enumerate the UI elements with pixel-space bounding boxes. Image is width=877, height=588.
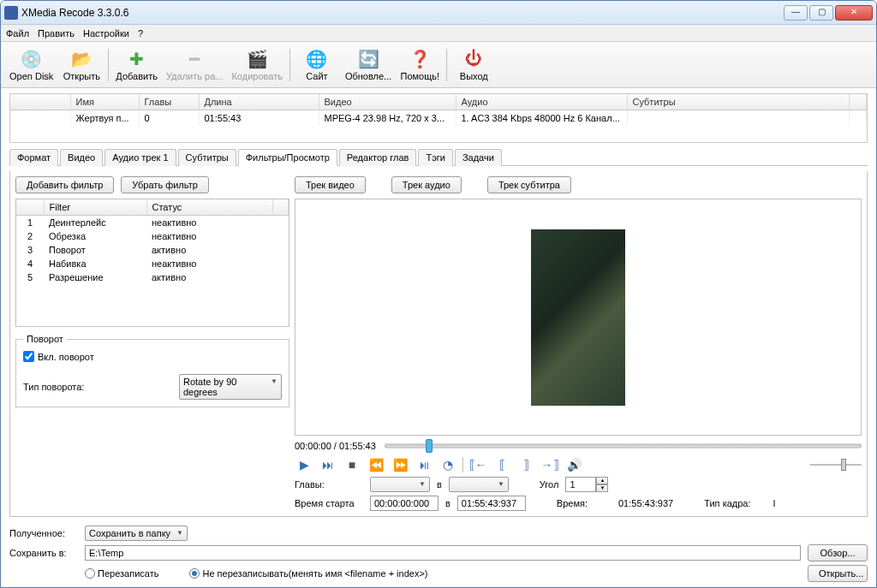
tab-format[interactable]: Формат	[9, 149, 58, 166]
update-button[interactable]: 🔄Обновле...	[342, 45, 395, 85]
maximize-button[interactable]: ▢	[809, 5, 833, 21]
frametype-label: Тип кадра:	[704, 498, 750, 508]
folder-icon: 📂	[71, 49, 92, 69]
browse-button[interactable]: Обзор...	[808, 544, 868, 561]
add-button[interactable]: ✚Добавить	[112, 45, 161, 85]
save-label: Сохранить в:	[9, 548, 78, 558]
open-button[interactable]: 📂Открыть	[58, 45, 104, 85]
bracket-open-icon[interactable]: ⟦	[492, 456, 511, 473]
separator	[108, 49, 109, 81]
stop-icon[interactable]: ■	[343, 456, 361, 473]
play-icon[interactable]: ▶	[295, 456, 313, 473]
tab-chapters[interactable]: Редактор глав	[339, 149, 417, 166]
bracket-close-icon[interactable]: ⟧	[516, 456, 535, 473]
result-combo[interactable]: Сохранить в папку	[85, 526, 188, 541]
filter-row[interactable]: 1Деинтерлейснеактивно	[16, 216, 289, 230]
enable-rotate-input[interactable]	[23, 351, 34, 362]
separator	[462, 457, 463, 472]
exit-button[interactable]: ⏻Выход	[450, 45, 497, 85]
menu-edit[interactable]: Править	[38, 28, 75, 39]
file-row[interactable]: Жертвуя п... 0 01:55:43 MPEG-4 23.98 Hz,…	[10, 110, 867, 127]
rewind-icon[interactable]: ⏪	[367, 456, 385, 473]
step-icon[interactable]: ⏯	[415, 456, 433, 473]
tab-filters[interactable]: Фильтры/Просмотр	[238, 149, 337, 166]
filter-row[interactable]: 2Обрезканеактивно	[16, 229, 289, 243]
angle-value[interactable]: 1	[565, 477, 596, 492]
chapters-label: Главы:	[295, 479, 363, 490]
menubar: Файл Править Настройки ?	[1, 25, 876, 42]
enable-rotate-checkbox[interactable]: Вкл. поворот	[23, 351, 282, 362]
encode-icon: 🎬	[247, 49, 267, 69]
col-chapters[interactable]: Главы	[139, 94, 199, 110]
track-audio-button[interactable]: Трек аудио	[391, 176, 462, 193]
path-input[interactable]: E:\Temp	[85, 545, 801, 561]
bracket-in-icon[interactable]: ⟦←	[468, 456, 487, 473]
menu-settings[interactable]: Настройки	[83, 28, 129, 39]
filter-row[interactable]: 4Набивканеактивно	[16, 257, 289, 270]
track-video-button[interactable]: Трек видео	[295, 176, 366, 193]
time-slider[interactable]	[385, 439, 862, 453]
toolbar: 💿Open Disk 📂Открыть ✚Добавить ━Удалить р…	[1, 42, 876, 88]
close-button[interactable]: ✕	[835, 5, 873, 21]
no-overwrite-radio[interactable]: Не перезаписывать(менять имя <filename +…	[189, 568, 427, 579]
track-sub-button[interactable]: Трек субтитра	[487, 176, 571, 193]
col-status[interactable]: Статус	[146, 199, 273, 216]
angle-spinner[interactable]: 1 ▲▼	[565, 477, 608, 492]
remove-label: Удалить ра...	[166, 71, 223, 81]
col-filter[interactable]: Filter	[44, 199, 146, 216]
refresh-icon: 🔄	[358, 49, 379, 69]
chapter-to-combo[interactable]	[449, 477, 509, 492]
chapter-from-combo[interactable]	[370, 477, 430, 492]
open-disk-button[interactable]: 💿Open Disk	[6, 45, 57, 85]
mini-slider[interactable]	[810, 459, 862, 471]
filter-grid[interactable]: Filter Статус 1Деинтерлейснеактивно2Обре…	[15, 199, 289, 327]
help-button[interactable]: ❓Помощь!	[397, 45, 443, 85]
tab-jobs[interactable]: Задачи	[455, 149, 502, 166]
next-icon[interactable]: ⏭	[319, 456, 337, 473]
question-icon: ❓	[409, 49, 430, 69]
start-value: 00:00:00:000	[374, 498, 429, 508]
end-time-input[interactable]: 01:55:43:937	[457, 496, 526, 511]
enable-rotate-label: Вкл. поворот	[38, 352, 94, 362]
file-grid[interactable]: Имя Главы Длина Видео Аудио Субтитры Жер…	[9, 93, 868, 143]
minimize-button[interactable]: —	[784, 5, 808, 21]
menu-help[interactable]: ?	[138, 28, 143, 39]
filter-row[interactable]: 3Поворотактивно	[16, 243, 289, 257]
file-chapters: 0	[139, 110, 199, 127]
minus-icon: ━	[184, 49, 205, 69]
file-subs	[627, 110, 850, 127]
volume-icon[interactable]: 🔊	[564, 456, 583, 473]
open-output-button[interactable]: Открыть...	[808, 565, 868, 582]
remove-filter-button[interactable]: Убрать фильтр	[121, 176, 209, 193]
angle-label: Угол	[540, 479, 559, 490]
plus-icon: ✚	[127, 49, 147, 69]
bracket-out-icon[interactable]: →⟧	[540, 456, 559, 473]
tab-subs[interactable]: Субтитры	[178, 149, 236, 166]
in-label-2: в	[445, 498, 450, 508]
remove-button: ━Удалить ра...	[163, 45, 226, 85]
start-time-input[interactable]: 00:00:00:000	[370, 496, 438, 511]
tab-tags[interactable]: Тэги	[418, 149, 453, 166]
tab-audio[interactable]: Аудио трек 1	[104, 149, 176, 166]
filter-row[interactable]: 5Разрешениеактивно	[16, 270, 289, 284]
add-filter-button[interactable]: Добавить фильтр	[15, 176, 114, 193]
site-button[interactable]: 🌐Сайт	[294, 45, 340, 85]
overwrite-radio[interactable]: Перезаписать	[85, 568, 158, 579]
clock-icon[interactable]: ◔	[438, 456, 457, 473]
col-subs[interactable]: Субтитры	[627, 94, 850, 110]
file-name: Жертвуя п...	[70, 110, 139, 127]
frametype-value: I	[773, 498, 776, 508]
open-label: Открыть	[63, 71, 100, 81]
tab-video[interactable]: Видео	[60, 149, 103, 166]
col-audio[interactable]: Аудио	[456, 94, 627, 110]
window-title: XMedia Recode 3.3.0.6	[21, 7, 784, 19]
no-overwrite-label: Не перезаписывать(менять имя <filename +…	[202, 568, 427, 579]
col-name[interactable]: Имя	[70, 94, 139, 110]
col-length[interactable]: Длина	[199, 94, 319, 110]
rotate-type-combo[interactable]: Rotate by 90 degrees	[179, 374, 282, 400]
duration-value: 01:55:43:937	[618, 498, 673, 508]
menu-file[interactable]: Файл	[6, 28, 29, 39]
col-video[interactable]: Видео	[319, 94, 456, 110]
time-display: 00:00:00 / 01:55:43	[295, 441, 376, 451]
forward-icon[interactable]: ⏩	[391, 456, 409, 473]
